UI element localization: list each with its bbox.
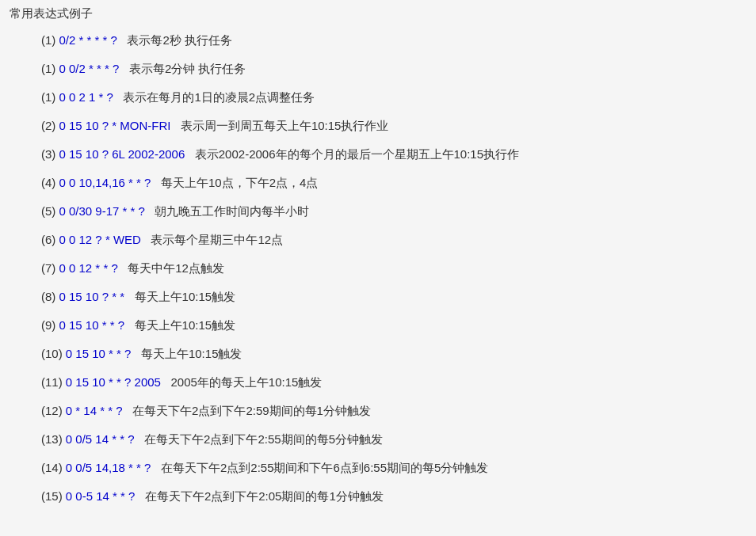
- item-number: (10): [41, 347, 66, 360]
- cron-expression: 0 0 12 * * ?: [59, 261, 118, 275]
- list-item: (1) 0/2 * * * * ? 表示每2秒 执行任务: [10, 26, 746, 55]
- list-item: (3) 0 15 10 ? 6L 2002-2006 表示2002-2006年的…: [10, 140, 746, 169]
- item-description: 表示2002-2006年的每个月的最后一个星期五上午10:15执行作: [195, 147, 519, 161]
- cron-expression: 0 15 10 ? * MON-FRI: [59, 119, 171, 132]
- item-number: (1): [41, 90, 59, 104]
- item-description: 表示每2分钟 执行任务: [129, 62, 246, 75]
- list-item: (9) 0 15 10 * * ? 每天上午10:15触发: [10, 311, 746, 340]
- item-number: (2): [41, 119, 59, 132]
- list-item: (2) 0 15 10 ? * MON-FRI 表示周一到周五每天上午10:15…: [10, 112, 746, 140]
- cron-expression: 0 * 14 * * ?: [66, 404, 123, 417]
- item-description: 表示每个星期三中午12点: [151, 233, 283, 246]
- list-item: (1) 0 0/2 * * * ? 表示每2分钟 执行任务: [10, 55, 746, 83]
- item-description: 每天上午10:15触发: [141, 347, 242, 360]
- cron-expression: 0 0/30 9-17 * * ?: [59, 204, 145, 218]
- cron-expression: 0 0 12 ? * WED: [59, 233, 141, 246]
- item-description: 2005年的每天上午10:15触发: [170, 375, 322, 389]
- cron-expression: 0/2 * * * * ?: [59, 33, 117, 47]
- cron-expression: 0 15 10 * * ? 2005: [66, 375, 161, 389]
- item-description: 表示在每月的1日的凌晨2点调整任务: [123, 90, 315, 104]
- cron-expression: 0 0/5 14 * * ?: [66, 432, 135, 446]
- item-description: 每天上午10点，下午2点，4点: [161, 176, 318, 189]
- item-description: 表示每2秒 执行任务: [127, 33, 232, 47]
- item-number: (9): [41, 318, 59, 332]
- item-number: (4): [41, 176, 59, 189]
- item-description: 每天中午12点触发: [128, 261, 224, 275]
- cron-expression: 0 15 10 * * ?: [66, 347, 132, 360]
- item-number: (15): [41, 489, 66, 503]
- list-item: (10) 0 15 10 * * ? 每天上午10:15触发: [10, 340, 746, 368]
- section-title: 常用表达式例子: [10, 6, 746, 21]
- cron-expression: 0 15 10 * * ?: [59, 318, 125, 332]
- list-item: (13) 0 0/5 14 * * ? 在每天下午2点到下午2:55期间的每5分…: [10, 425, 746, 454]
- list-item: (6) 0 0 12 ? * WED 表示每个星期三中午12点: [10, 226, 746, 254]
- item-description: 每天上午10:15触发: [135, 318, 236, 332]
- cron-expression: 0 15 10 ? * *: [59, 290, 125, 303]
- item-number: (5): [41, 204, 59, 218]
- item-description: 表示周一到周五每天上午10:15执行作业: [181, 119, 389, 132]
- item-number: (12): [41, 404, 66, 417]
- item-description: 在每天下午2点到下午2:55期间的每5分钟触发: [144, 432, 383, 446]
- item-number: (7): [41, 261, 59, 275]
- item-description: 朝九晚五工作时间内每半小时: [155, 204, 309, 218]
- item-description: 每天上午10:15触发: [135, 290, 236, 303]
- item-number: (1): [41, 33, 59, 47]
- expression-list: (1) 0/2 * * * * ? 表示每2秒 执行任务(1) 0 0/2 * …: [10, 26, 746, 511]
- item-number: (6): [41, 233, 59, 246]
- cron-expression: 0 0/5 14,18 * * ?: [66, 461, 151, 474]
- item-description: 在每天下午2点到2:55期间和下午6点到6:55期间的每5分钟触发: [161, 461, 488, 474]
- cron-expression: 0 0-5 14 * * ?: [66, 489, 136, 503]
- item-number: (8): [41, 290, 59, 303]
- list-item: (12) 0 * 14 * * ? 在每天下午2点到下午2:59期间的每1分钟触…: [10, 397, 746, 425]
- item-number: (13): [41, 432, 66, 446]
- list-item: (15) 0 0-5 14 * * ? 在每天下午2点到下午2:05期间的每1分…: [10, 482, 746, 511]
- item-description: 在每天下午2点到下午2:59期间的每1分钟触发: [132, 404, 371, 417]
- list-item: (5) 0 0/30 9-17 * * ? 朝九晚五工作时间内每半小时: [10, 197, 746, 226]
- list-item: (14) 0 0/5 14,18 * * ? 在每天下午2点到2:55期间和下午…: [10, 454, 746, 482]
- cron-expression: 0 0 2 1 * ?: [59, 90, 113, 104]
- list-item: (1) 0 0 2 1 * ? 表示在每月的1日的凌晨2点调整任务: [10, 83, 746, 112]
- list-item: (7) 0 0 12 * * ? 每天中午12点触发: [10, 254, 746, 283]
- cron-expression: 0 0/2 * * * ?: [59, 62, 120, 75]
- item-number: (14): [41, 461, 66, 474]
- item-number: (11): [41, 375, 66, 389]
- cron-expression: 0 15 10 ? 6L 2002-2006: [59, 147, 185, 161]
- item-number: (3): [41, 147, 59, 161]
- list-item: (11) 0 15 10 * * ? 2005 2005年的每天上午10:15触…: [10, 368, 746, 397]
- item-description: 在每天下午2点到下午2:05期间的每1分钟触发: [145, 489, 384, 503]
- list-item: (8) 0 15 10 ? * * 每天上午10:15触发: [10, 283, 746, 311]
- list-item: (4) 0 0 10,14,16 * * ? 每天上午10点，下午2点，4点: [10, 169, 746, 197]
- item-number: (1): [41, 62, 59, 75]
- cron-expression: 0 0 10,14,16 * * ?: [59, 176, 151, 189]
